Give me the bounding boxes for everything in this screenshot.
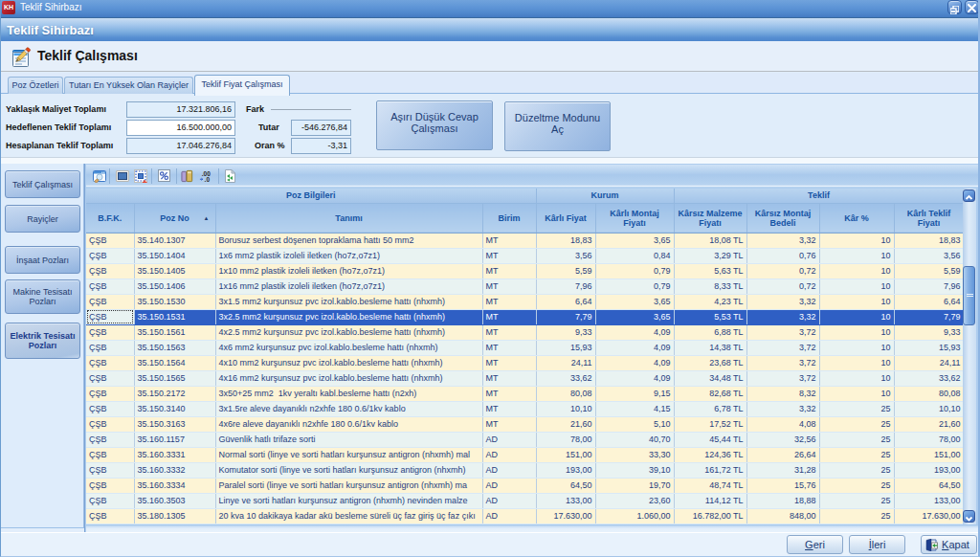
svg-text:.0: .0 [205,176,211,183]
